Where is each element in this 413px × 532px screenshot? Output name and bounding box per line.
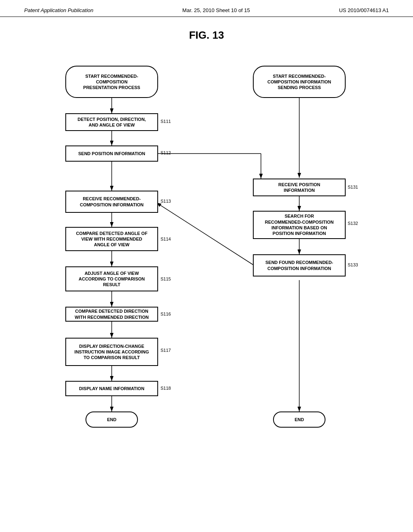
s113-node: RECEIVE RECOMMENDED- COMPOSITION INFORMA… [65,191,158,213]
left-end-node: END [86,411,138,428]
s131-node: RECEIVE POSITION INFORMATION [253,179,346,196]
flowchart: START RECOMMENDED- COMPOSITION PRESENTAT… [33,54,380,497]
s117-node: DISPLAY DIRECTION-CHANGE INSTRUCTION IMA… [65,338,158,366]
s114-label: S114 [161,237,171,241]
s118-label: S118 [161,386,171,391]
s117-label: S117 [161,348,171,353]
right-start-node: START RECOMMENDED- COMPOSITION INFORMATI… [253,66,346,98]
s115-label: S115 [161,276,171,281]
left-start-node: START RECOMMENDED- COMPOSITION PRESENTAT… [65,66,158,98]
s111-node: DETECT POSITION, DIRECTION, AND ANGLE OF… [65,113,158,131]
s133-node: SEND FOUND RECOMMENDED- COMPOSITION INFO… [253,254,346,276]
s112-label: S112 [161,150,171,155]
header-center: Mar. 25, 2010 Sheet 10 of 15 [182,7,250,13]
s113-label: S113 [161,199,171,204]
diagram-area: FIG. 13 [0,17,413,509]
s116-node: COMPARE DETECTED DIRECTION WITH RECOMMEN… [65,307,158,322]
s118-node: DISPLAY NAME INFORMATION [65,381,158,396]
fig-title: FIG. 13 [24,29,389,42]
s133-label: S133 [348,262,358,267]
page-header: Patent Application Publication Mar. 25, … [0,0,413,17]
s114-node: COMPARE DETECTED ANGLE OF VIEW WITH RECO… [65,227,158,251]
s111-label: S111 [161,119,171,124]
s131-label: S131 [348,185,358,189]
s132-node: SEARCH FOR RECOMMENDED-COMPOSITION INFOR… [253,211,346,239]
right-end-node: END [273,411,325,428]
header-right: US 2010/0074613 A1 [339,7,389,13]
s112-node: SEND POSITION INFORMATION [65,145,158,162]
s132-label: S132 [348,221,358,226]
s115-node: ADJUST ANGLE OF VIEW ACCORDING TO COMPAR… [65,266,158,291]
s116-label: S116 [161,312,171,316]
header-left: Patent Application Publication [24,7,94,13]
svg-line-8 [156,203,257,267]
